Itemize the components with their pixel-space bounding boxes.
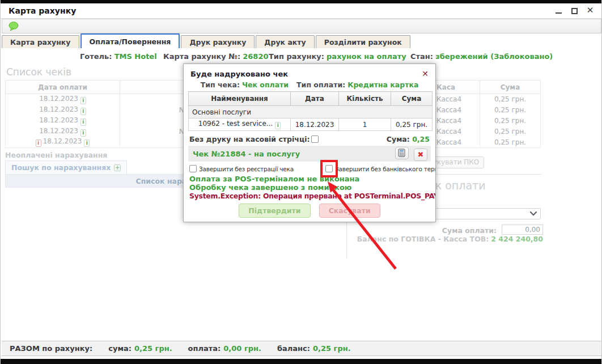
check-number-title: Чек №21884 - на послугу [193,150,300,158]
hotel-info: Готель: TMS Hotel [80,52,157,61]
tab-payment-return[interactable]: Оплата/Повернення [80,33,180,48]
receipt-items-table: Найменування Дата Кількість Сума Основні… [188,91,433,131]
window-title: Карта рахунку [9,6,76,15]
finish-without-terminal-option[interactable]: Завершити без банківського терміналу [325,165,436,172]
dialog-subtitle: Тип чека: Чек оплати Тип оплати: Кредитн… [184,81,435,89]
service-group-row: Основні послуги [189,106,433,118]
col-header-sum: Сума [391,92,433,106]
info-icon[interactable]: i [80,108,86,115]
flag-icon: i [36,139,41,147]
finish-without-registration-option[interactable]: Завершити без реєстрації чека [189,165,294,172]
comment-bubble-icon[interactable] [7,21,20,32]
receipt-total: Сума: 0,25 [387,135,430,143]
toolbar [2,19,601,33]
dialog-titlebar: Буде надруковано чек ✕ [184,64,435,79]
finish-without-registration-checkbox[interactable] [189,165,197,172]
items-header-row: Найменування Дата Кількість Сума [189,92,433,106]
tab-print-invoice[interactable]: Друк рахунку [181,35,255,48]
window-titlebar: Карта рахунку ✕ [1,3,601,19]
check-info-bar: Чек №21884 - на послугу ✖ [188,146,431,162]
account-type-info: Тип рахунку: рахунок на оплату [269,52,406,61]
finish-options-row: Завершити без реєстрації чека Завершити … [189,165,430,175]
cash-balance: Баланс по ГОТІВКА - Касса ТОВ: 2 424 240… [298,235,543,243]
col-header-name: Найменування [189,92,291,106]
total-paid: оплата: 0,00 грн. [188,344,261,353]
annotation-highlight-rect [320,160,338,177]
totals-label: РАЗОМ по рахунку: [10,344,92,353]
delete-check-icon[interactable]: ✖ [414,149,427,161]
info-icon[interactable]: i [80,129,86,137]
info-icon[interactable]: i [80,97,86,104]
app-window: Карта рахунку ✕ Карта рахунку Оплата/Пов… [0,0,602,364]
tab-bar: Карта рахунку Оплата/Повернення Друк рах… [2,33,601,48]
account-state-info: Стан: збережений (Заблоковано) [410,52,553,61]
card-number-info: Карта рахунку №: 26820 [163,52,269,61]
print-receipt-dialog: Буде надруковано чек ✕ Тип чека: Чек опл… [183,64,436,222]
col-header-date: Дата [291,92,339,106]
minimize-icon[interactable] [554,6,563,15]
print-options-row: Без друку на касовій стрічці: Сума: 0,25 [189,135,430,143]
payment-sum-input[interactable] [502,225,543,235]
info-icon[interactable]: i [275,122,281,129]
total-balance: баланс: 0,25 грн. [277,344,351,353]
dialog-buttons: Підтвердити Скасувати [184,204,435,218]
dialog-title: Буде надруковано чек [190,70,288,78]
service-item-row[interactable]: 10962 - test service...i 18.12.2023 1 0,… [189,118,433,131]
maximize-icon[interactable] [570,6,579,15]
bottom-edge [1,359,602,364]
pos-status-message: Оплата за POS-терміналом не виконана [189,175,435,183]
tab-split-invoice[interactable]: Розділити рахунок [316,35,410,48]
pos-terminal-icon[interactable] [395,147,409,159]
no-print-label: Без друку на касовій стрічці: [189,135,310,143]
expand-plus-icon[interactable]: + [114,164,121,171]
unpaid-section-title: Неоплачені нарахування [5,151,107,159]
check-status-message: Обробку чека завершено з помилкою [189,183,435,192]
col-header-qty: Кількість [339,92,391,106]
col-header-date[interactable]: Дата оплати [6,81,120,94]
search-accruals-tab[interactable]: Пошук по нарахуваннях + [5,160,127,174]
payment-sum-label: Сума оплати: [355,226,497,235]
total-sum: сума: 0,25 грн. [108,344,172,353]
no-print-checkbox[interactable] [311,136,319,143]
exception-message: System.Exception: Операция прервана at P… [189,192,435,201]
tab-account-card[interactable]: Карта рахунку [2,35,79,48]
receipts-section-title: Список чеків [6,66,71,78]
dialog-close-icon[interactable]: ✕ [422,70,429,78]
info-icon[interactable]: i [80,118,86,126]
info-icon[interactable]: i [84,139,90,147]
col-header-cash[interactable]: Каса [433,81,480,94]
confirm-button[interactable]: Підтвердити [239,204,310,218]
totals-status-bar: РАЗОМ по рахунку: сума: 0,25 грн. оплата… [2,341,601,356]
close-icon[interactable]: ✕ [586,6,595,15]
cancel-button[interactable]: Скасувати [319,204,380,218]
account-header: Готель: TMS Hotel Карта рахунку №: 26820… [1,52,602,62]
chevron-down-icon [530,211,537,216]
tab-print-act[interactable]: Друк акту [256,35,314,48]
window-controls: ✕ [554,6,595,15]
col-header-sum[interactable]: Сума [480,81,541,94]
